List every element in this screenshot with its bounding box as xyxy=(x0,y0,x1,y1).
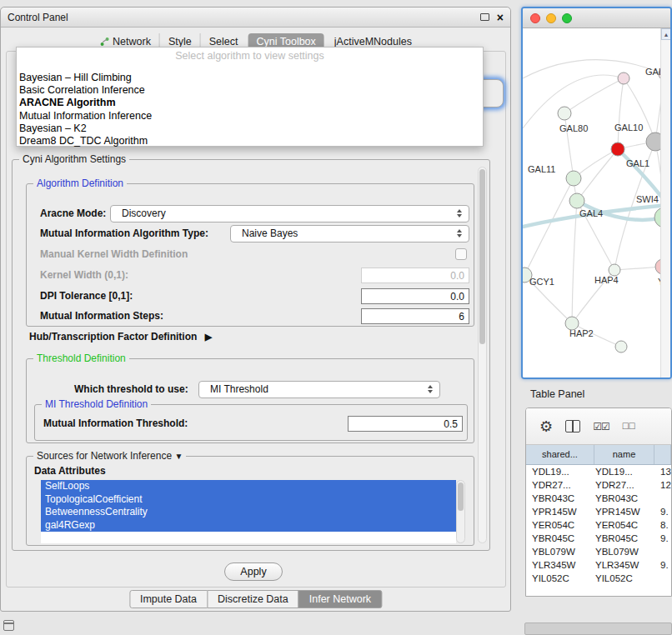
dpi-tolerance-input[interactable] xyxy=(361,288,469,304)
attribute-item-topologicalcoefficient[interactable]: TopologicalCoefficient xyxy=(41,493,456,507)
control-panel-titlebar[interactable]: Control Panel × xyxy=(1,8,510,28)
algorithm-option-bayesian-hill-climbing[interactable]: Bayesian – Hill Climbing xyxy=(19,72,483,84)
network-node[interactable] xyxy=(609,264,620,276)
aracne-mode-select[interactable]: Discovery xyxy=(110,205,469,222)
unchecked-boxes-icon[interactable]: ☐☐ xyxy=(622,422,635,431)
table-cell: YBL079W xyxy=(589,545,654,558)
combo-arrows-icon xyxy=(457,229,463,238)
network-node[interactable] xyxy=(558,107,571,120)
table-row[interactable]: YPR145WYPR145W9. xyxy=(526,505,671,518)
table-cell: 8. xyxy=(654,518,671,532)
bottom-tab-discretize-data[interactable]: Discretize Data xyxy=(207,590,299,608)
checked-boxes-icon[interactable]: ☑☑ xyxy=(593,421,609,432)
sources-legend[interactable]: Sources for Network Inference ▼ xyxy=(33,450,186,462)
attribute-item-gal4rgexp[interactable]: gal4RGexp xyxy=(41,519,456,532)
mi-threshold-group: MI Threshold Definition Mutual Informati… xyxy=(34,404,468,441)
hub-transcription-section[interactable]: Hub/Transcription Factor Definition ▶ xyxy=(29,331,212,342)
table-cell: YBR043C xyxy=(526,492,589,505)
float-window-icon[interactable] xyxy=(480,13,489,21)
table-row[interactable]: YIL052CYIL052C xyxy=(526,572,671,585)
expand-right-icon[interactable]: ▶ xyxy=(205,332,212,342)
which-threshold-select[interactable]: MI Threshold xyxy=(198,381,440,398)
network-canvas-svg: GAL...GAL80GAL10GAL11GAL1SWI4GAL4GCY1HAP… xyxy=(523,28,672,378)
network-node[interactable] xyxy=(611,142,624,156)
which-threshold-value: MI Threshold xyxy=(210,383,268,395)
algorithm-option-aracne-algorithm[interactable]: ARACNE Algorithm xyxy=(19,97,483,109)
sources-legend-label: Sources for Network Inference xyxy=(37,450,172,462)
table-row[interactable]: YDL19...YDL19...13 xyxy=(526,465,671,478)
table-cell: YDR27... xyxy=(589,478,654,492)
table-panel-title: Table Panel xyxy=(530,388,584,400)
column-header-shared[interactable]: shared... xyxy=(526,445,594,464)
column-header-name[interactable]: name xyxy=(594,445,654,464)
aracne-mode-label: Aracne Mode: xyxy=(40,208,106,219)
minimize-traffic-light[interactable] xyxy=(546,13,556,23)
attribute-item-selfloops[interactable]: SelfLoops xyxy=(41,480,456,493)
table-cell: YDL19... xyxy=(526,465,589,478)
algorithm-option-dream8-dc-tdc-algorithm[interactable]: Dream8 DC_TDC Algorithm xyxy=(19,135,483,148)
kernel-width-label: Kernel Width (0,1): xyxy=(40,269,128,281)
column-header[interactable] xyxy=(654,445,671,464)
zoom-traffic-light[interactable] xyxy=(562,13,572,23)
restore-panel-icon[interactable] xyxy=(3,620,14,631)
mi-type-row: Mutual Information Algorithm Type: Naive… xyxy=(27,225,474,242)
table-row[interactable]: YDR27...YDR27...12 xyxy=(526,478,671,492)
table-row[interactable]: YER054CYER054C8. xyxy=(526,518,671,532)
algorithm-option-bayesian-k2[interactable]: Bayesian – K2 xyxy=(19,122,483,135)
columns-icon[interactable] xyxy=(565,420,580,432)
table-cell xyxy=(654,545,671,558)
table-cell: YPR145W xyxy=(589,505,654,518)
table-cell: YBR043C xyxy=(589,492,654,505)
network-node[interactable] xyxy=(569,193,584,208)
table-cell: 13 xyxy=(654,465,671,478)
settings-scroll-thumb[interactable] xyxy=(479,169,485,344)
attributes-list-scrollbar[interactable] xyxy=(456,480,465,543)
network-window-titlebar[interactable] xyxy=(523,8,670,28)
table-cell: YLR345W xyxy=(526,558,589,572)
threshold-definition-legend: Threshold Definition xyxy=(33,352,129,364)
settings-scrollbar[interactable] xyxy=(478,167,487,543)
table-row[interactable]: YLR345WYLR345W9. xyxy=(526,558,671,572)
node-label-gal80: GAL80 xyxy=(559,123,588,133)
algorithm-option-mutual-information-inference[interactable]: Mutual Information Inference xyxy=(19,110,483,122)
network-node[interactable] xyxy=(618,72,629,84)
mi-steps-label: Mutual Information Steps: xyxy=(40,310,163,322)
mi-threshold-input[interactable] xyxy=(348,416,463,432)
mi-steps-input[interactable] xyxy=(361,308,469,324)
network-node[interactable] xyxy=(615,341,627,352)
manual-kernel-checkbox[interactable] xyxy=(455,248,467,260)
attributes-list-scroll-thumb[interactable] xyxy=(458,482,464,511)
combo-arrows-icon xyxy=(457,209,463,218)
kernel-width-input[interactable] xyxy=(361,268,469,283)
network-node[interactable] xyxy=(566,171,581,186)
sources-group: Sources for Network Inference ▼ Data Att… xyxy=(26,456,474,546)
algorithm-definition-group: Algorithm Definition Aracne Mode: Discov… xyxy=(26,183,474,327)
table-row[interactable]: YBL079WYBL079W xyxy=(526,545,671,558)
bottom-tab-infer-network[interactable]: Infer Network xyxy=(298,590,382,608)
table-row[interactable]: YBR045CYBR045C9. xyxy=(526,532,671,545)
data-attributes-list[interactable]: SelfLoopsTopologicalCoefficientBetweenne… xyxy=(41,480,456,543)
apply-button[interactable]: Apply xyxy=(224,562,283,581)
table-cell: 9. xyxy=(654,532,671,545)
algorithm-option-basic-correlation-inference[interactable]: Basic Correlation Inference xyxy=(19,84,483,97)
gear-icon[interactable]: ⚙ xyxy=(539,419,553,434)
table-cell: 9. xyxy=(654,505,671,518)
cyni-settings-legend: Cyni Algorithm Settings xyxy=(19,153,129,165)
bottom-tab-impute-data[interactable]: Impute Data xyxy=(129,590,208,608)
close-traffic-light[interactable] xyxy=(530,13,540,23)
table-panel-window: ⚙ ☑☑ ☐☐ shared...name YDL19...YDL19...13… xyxy=(525,408,672,597)
mi-type-select[interactable]: Naive Bayes xyxy=(230,225,469,242)
close-window-icon[interactable]: × xyxy=(497,12,504,23)
scroll-up-icon[interactable]: ▲ xyxy=(661,28,671,40)
data-attributes-label: Data Attributes xyxy=(34,465,106,477)
collapse-down-icon[interactable]: ▼ xyxy=(174,452,183,461)
table-cell: YIL052C xyxy=(526,572,589,585)
table-row[interactable]: YBR043CYBR043C xyxy=(526,492,671,505)
mi-threshold-legend: MI Threshold Definition xyxy=(42,398,151,410)
node-label-swi4: SWI4 xyxy=(636,194,659,204)
node-label-hap2: HAP2 xyxy=(569,328,594,338)
network-canvas[interactable]: GAL...GAL80GAL10GAL11GAL1SWI4GAL4GCY1HAP… xyxy=(523,28,670,378)
network-scrollbar[interactable]: ▲ xyxy=(660,28,670,378)
table-cell: YER054C xyxy=(526,518,589,532)
attribute-item-betweennesscentrality[interactable]: BetweennessCentrality xyxy=(41,506,456,519)
